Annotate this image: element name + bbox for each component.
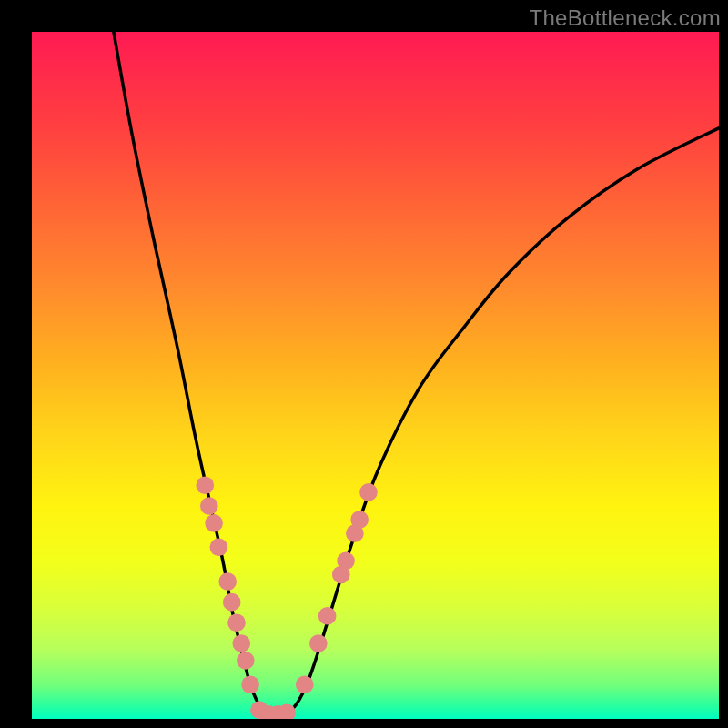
bottleneck-curve-left — [114, 32, 268, 714]
chart-svg — [32, 32, 719, 719]
dot-right-1 — [309, 634, 328, 652]
plot-area — [32, 32, 719, 719]
watermark-text: TheBottleneck.com — [529, 5, 721, 31]
dot-right-7 — [359, 483, 378, 501]
chart-frame: TheBottleneck.com — [0, 0, 728, 728]
dot-left-9 — [241, 675, 259, 693]
bottleneck-curve-right — [268, 128, 719, 715]
dot-left-6 — [228, 613, 246, 632]
dot-left-1 — [200, 497, 218, 515]
dot-left-7 — [232, 634, 250, 652]
dot-right-0 — [296, 675, 314, 693]
dot-right-4 — [337, 552, 355, 571]
dot-left-0 — [196, 476, 214, 494]
dot-left-2 — [205, 514, 223, 532]
dot-right-2 — [318, 607, 337, 625]
data-points — [196, 476, 377, 719]
dot-left-4 — [218, 572, 237, 591]
dot-left-3 — [210, 538, 228, 556]
dot-left-5 — [223, 593, 241, 612]
dot-right-6 — [350, 511, 369, 529]
dot-left-8 — [237, 652, 255, 670]
